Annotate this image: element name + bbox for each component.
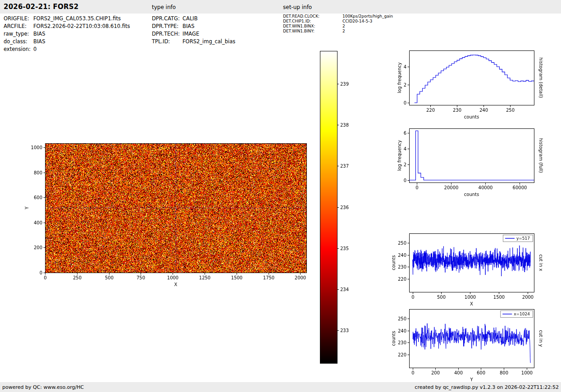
meta-value: 0 — [33, 46, 36, 52]
histogram-full-plot — [392, 123, 543, 204]
meta-label: DET.WIN1.BINY: — [283, 29, 342, 34]
qc-report-page: 2026-02-21: FORS2 type info set-up info … — [0, 0, 561, 392]
bias-image-plot — [14, 133, 320, 297]
page-title: 2026-02-21: FORS2 — [4, 3, 78, 11]
meta-label: ARCFILE: — [4, 23, 33, 30]
meta-label: do_class: — [4, 38, 33, 46]
footer-bar: powered by QC: www.eso.org/HC created by… — [0, 382, 561, 392]
meta-row-extension: extension:0 — [4, 46, 130, 53]
meta-value: FORS2_IMG_CAL053.35.CHIP1.fits — [33, 15, 121, 22]
meta-row-rawtype: raw_type:BIAS — [4, 30, 130, 38]
meta-row-readclock: DET.READ.CLOCK:100Kps/2ports/high_gain — [283, 14, 393, 19]
setup-info-block: DET.READ.CLOCK:100Kps/2ports/high_gain D… — [283, 14, 393, 34]
meta-value: FORS2_img_cal_bias — [182, 38, 235, 45]
colorbar — [315, 47, 360, 369]
meta-label: TPL.ID: — [152, 38, 182, 46]
meta-value: CALIB — [182, 15, 198, 22]
meta-value: 2 — [342, 24, 345, 28]
meta-row-chipid: DET.CHIP1.ID:CCID20-14-5-3 — [283, 19, 393, 24]
header-bar: 2026-02-21: FORS2 type info set-up info — [0, 0, 561, 14]
meta-value: IMAGE — [182, 31, 199, 37]
meta-label: ORIGFILE: — [4, 15, 33, 23]
meta-row-binx: DET.WIN1.BINX:2 — [283, 24, 393, 29]
meta-label: DET.WIN1.BINX: — [283, 24, 342, 29]
meta-label: DPR.CATG: — [152, 15, 182, 23]
histogram-detail-plot — [392, 45, 543, 126]
file-info-block: ORIGFILE:FORS2_IMG_CAL053.35.CHIP1.fits … — [4, 15, 130, 53]
meta-row-origfile: ORIGFILE:FORS2_IMG_CAL053.35.CHIP1.fits — [4, 15, 130, 23]
meta-value: FORS2.2026-02-22T10:03:08.610.fits — [33, 23, 130, 29]
meta-row-dprtech: DPR.TECH:IMAGE — [152, 30, 235, 38]
setup-info-heading: set-up info — [283, 4, 312, 10]
type-info-block: DPR.CATG:CALIB DPR.TYPE:BIAS DPR.TECH:IM… — [152, 15, 235, 46]
cut-in-y-plot — [392, 303, 543, 382]
meta-value: BIAS — [182, 23, 194, 29]
cut-in-x-plot — [392, 228, 543, 311]
meta-label: DPR.TYPE: — [152, 23, 182, 30]
meta-value: BIAS — [33, 38, 45, 45]
meta-row-biny: DET.WIN1.BINY:2 — [283, 29, 393, 34]
meta-row-doclass: do_class:BIAS — [4, 38, 130, 46]
meta-label: extension: — [4, 46, 33, 53]
meta-label: DPR.TECH: — [152, 30, 182, 38]
footer-credit-left: powered by QC: www.eso.org/HC — [2, 384, 84, 390]
meta-label: DET.CHIP1.ID: — [283, 19, 342, 24]
meta-value: 2 — [342, 29, 345, 33]
meta-label: DET.READ.CLOCK: — [283, 14, 342, 19]
footer-credit-right: created by qc_rawdisp.py v1.2.3 on 2026-… — [415, 384, 559, 390]
meta-row-tplid: TPL.ID:FORS2_img_cal_bias — [152, 38, 235, 46]
meta-value: 100Kps/2ports/high_gain — [342, 14, 393, 18]
type-info-heading: type info — [152, 4, 176, 10]
meta-row-dprcatg: DPR.CATG:CALIB — [152, 15, 235, 23]
meta-value: CCID20-14-5-3 — [342, 19, 372, 23]
meta-row-arcfile: ARCFILE:FORS2.2026-02-22T10:03:08.610.fi… — [4, 23, 130, 30]
meta-row-dprtype: DPR.TYPE:BIAS — [152, 23, 235, 30]
meta-value: BIAS — [33, 31, 45, 37]
meta-label: raw_type: — [4, 30, 33, 38]
